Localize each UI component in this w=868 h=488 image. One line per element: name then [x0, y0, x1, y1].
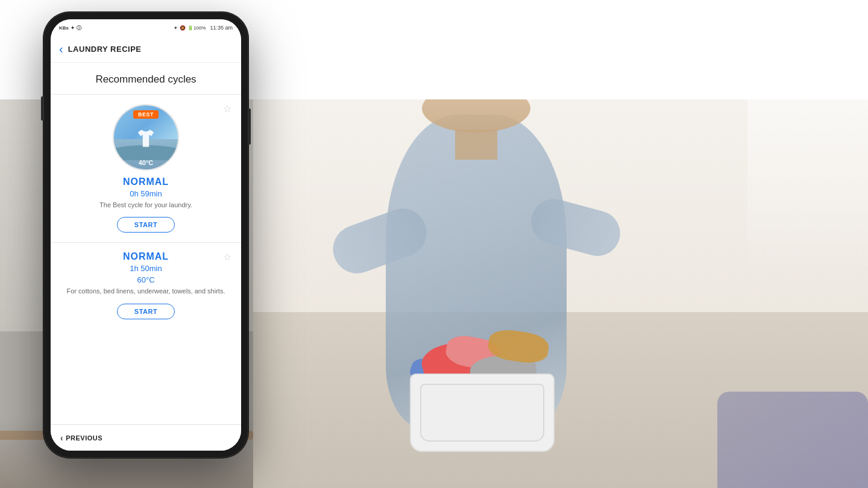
cycle-card-2: ☆ NORMAL 1h 50min 60°C For cottons, bed … [51, 243, 241, 327]
start-button-1[interactable]: START [117, 217, 175, 233]
temp-in-circle: 40°C [139, 159, 154, 166]
status-right: ✦ 🔕 🔋100% 11:35 am [174, 25, 233, 31]
status-bar: KBs ✦ ⓘ ✦ 🔕 🔋100% 11:35 am [51, 19, 241, 36]
cycle-desc-1: The Best cycle for your laundry. [63, 201, 229, 210]
section-title: Recommended cycles [51, 63, 241, 95]
best-badge: BEST [133, 110, 159, 119]
cycle-desc-2: For cottons, bed linens, underwear, towe… [63, 287, 229, 296]
back-button[interactable]: ‹ [59, 42, 63, 56]
laundry-basket [398, 331, 567, 452]
shirt-icon [133, 127, 159, 154]
previous-arrow: ‹ [60, 433, 63, 443]
person [301, 96, 711, 488]
phone-mockup: KBs ✦ ⓘ ✦ 🔕 🔋100% 11:35 am ‹ LAUNDRY REC… [43, 12, 248, 470]
phone-outer: KBs ✦ ⓘ ✦ 🔕 🔋100% 11:35 am ‹ LAUNDRY REC… [43, 12, 248, 458]
notification-icon: ⓘ [77, 25, 81, 31]
screen-content: Recommended cycles ☆ [51, 63, 241, 424]
bluetooth-icon: ✦ [174, 25, 178, 31]
cycle-circle-1: 40°C BEST [113, 104, 179, 170]
cycle-time-2: 1h 50min [63, 264, 229, 273]
battery-text: 🔋100% [187, 25, 206, 31]
app-header: ‹ LAUNDRY RECIPE [51, 36, 241, 63]
photo-background [253, 96, 868, 488]
window-light [747, 96, 868, 277]
status-left-icons: KBs ✦ ⓘ [59, 25, 81, 31]
couch [717, 392, 868, 488]
basket-inner [420, 384, 544, 442]
cycle-bg-1: 40°C BEST [114, 105, 178, 169]
signal-icon: KBs [59, 25, 69, 31]
favorite-star-1[interactable]: ☆ [223, 103, 231, 114]
previous-label: PREVIOUS [66, 434, 102, 442]
previous-button[interactable]: ‹ PREVIOUS [60, 433, 102, 443]
cycle-time-1: 0h 59min [63, 189, 229, 198]
wifi-icon: ✦ [71, 25, 75, 31]
time-display: 11:35 am [210, 25, 233, 31]
favorite-star-2[interactable]: ☆ [223, 251, 231, 263]
shirt-svg [133, 127, 159, 152]
silent-icon: 🔕 [180, 25, 186, 31]
bottom-navigation: ‹ PREVIOUS [51, 424, 241, 451]
app-title: LAUNDRY RECIPE [68, 45, 142, 54]
cycle-name-2: NORMAL [63, 251, 229, 262]
start-button-2[interactable]: START [117, 304, 175, 319]
phone-screen: KBs ✦ ⓘ ✦ 🔕 🔋100% 11:35 am ‹ LAUNDRY REC… [51, 19, 241, 451]
neck [455, 130, 497, 160]
cycle-name-1: NORMAL [63, 177, 229, 187]
cycle-card-1: ☆ [51, 95, 241, 243]
basket-body [410, 374, 555, 452]
cycle-temp-2: 60°C [63, 275, 229, 284]
